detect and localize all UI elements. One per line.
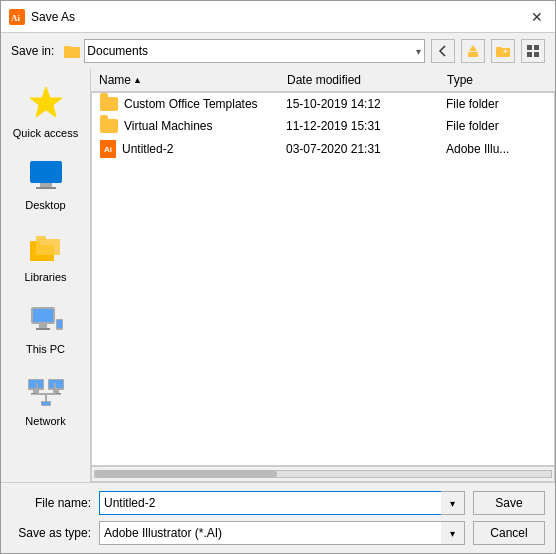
- toolbar: Save in: Documents +: [1, 33, 555, 69]
- svg-text:+: +: [503, 47, 508, 56]
- save-type-select[interactable]: Adobe Illustrator (*.AI) PDF (*.PDF) EPS…: [99, 521, 441, 545]
- file-item-name: Ai Untitled-2: [100, 140, 286, 158]
- svg-rect-4: [468, 52, 478, 57]
- file-item-date: 11-12-2019 15:31: [286, 119, 446, 133]
- horizontal-scrollbar[interactable]: [91, 466, 555, 482]
- sidebar-item-desktop[interactable]: Desktop: [6, 149, 86, 217]
- location-dropdown-wrapper: Documents: [60, 39, 425, 63]
- save-in-label: Save in:: [11, 44, 54, 58]
- sidebar-item-quick-access[interactable]: Quick access: [6, 77, 86, 145]
- back-button[interactable]: [431, 39, 455, 63]
- file-list[interactable]: Custom Office Templates 15-10-2019 14:12…: [91, 92, 555, 466]
- svg-rect-16: [36, 187, 56, 189]
- filename-dropdown-button[interactable]: ▾: [441, 491, 465, 515]
- svg-rect-14: [30, 161, 62, 183]
- file-item-type: File folder: [446, 97, 546, 111]
- quick-access-icon: [26, 83, 66, 123]
- save-type-label: Save as type:: [11, 526, 91, 540]
- svg-text:Ai: Ai: [11, 13, 20, 23]
- file-item-name: Virtual Machines: [100, 119, 286, 133]
- up-button[interactable]: [461, 39, 485, 63]
- sidebar-item-this-pc[interactable]: This PC: [6, 293, 86, 361]
- save-type-row: Save as type: Adobe Illustrator (*.AI) P…: [11, 521, 545, 545]
- sort-arrow: ▲: [133, 75, 142, 85]
- svg-rect-40: [42, 402, 50, 405]
- list-item[interactable]: Virtual Machines 11-12-2019 15:31 File f…: [92, 115, 554, 137]
- views-button[interactable]: [521, 39, 545, 63]
- folder-icon: [100, 119, 118, 133]
- file-list-header: Name ▲ Date modified Type: [91, 69, 555, 92]
- svg-rect-26: [57, 320, 62, 328]
- svg-marker-13: [30, 87, 62, 117]
- scrollbar-track: [94, 470, 552, 478]
- cancel-button[interactable]: Cancel: [473, 521, 545, 545]
- svg-rect-10: [534, 45, 539, 50]
- network-icon: [26, 371, 66, 411]
- this-pc-label: This PC: [26, 343, 65, 355]
- save-type-dropdown-button[interactable]: ▾: [441, 521, 465, 545]
- network-label: Network: [25, 415, 65, 427]
- svg-rect-3: [64, 46, 71, 49]
- file-item-type: Adobe Illu...: [446, 142, 546, 156]
- svg-rect-22: [33, 309, 53, 322]
- file-list-area: Name ▲ Date modified Type Custom Office …: [91, 69, 555, 482]
- title-bar: Ai Save As ✕: [1, 1, 555, 33]
- folder-icon: [100, 97, 118, 111]
- sidebar-item-network[interactable]: Network: [6, 365, 86, 433]
- new-folder-button[interactable]: +: [491, 39, 515, 63]
- svg-rect-19: [36, 239, 60, 255]
- svg-rect-9: [527, 45, 532, 50]
- quick-access-label: Quick access: [13, 127, 78, 139]
- svg-rect-7: [496, 47, 502, 50]
- title-bar-left: Ai Save As: [9, 9, 75, 25]
- svg-rect-15: [40, 183, 52, 187]
- svg-rect-36: [54, 383, 56, 393]
- filename-label: File name:: [11, 496, 91, 510]
- list-item[interactable]: Custom Office Templates 15-10-2019 14:12…: [92, 93, 554, 115]
- svg-rect-37: [36, 393, 56, 395]
- svg-rect-11: [527, 52, 532, 57]
- sidebar-item-libraries[interactable]: Libraries: [6, 221, 86, 289]
- save-type-select-group: Adobe Illustrator (*.AI) PDF (*.PDF) EPS…: [99, 521, 465, 545]
- list-item[interactable]: Ai Untitled-2 03-07-2020 21:31 Adobe Ill…: [92, 137, 554, 159]
- svg-rect-20: [36, 236, 46, 240]
- save-as-dialog: Ai Save As ✕ Save in: Documents: [0, 0, 556, 554]
- folder-icon: [64, 43, 80, 59]
- save-button[interactable]: Save: [473, 491, 545, 515]
- libraries-icon: [26, 227, 66, 267]
- desktop-icon: [26, 155, 66, 195]
- close-button[interactable]: ✕: [527, 7, 547, 27]
- svg-rect-38: [45, 395, 47, 401]
- filename-row: File name: ▾ Save: [11, 491, 545, 515]
- libraries-label: Libraries: [24, 271, 66, 283]
- file-item-type: File folder: [446, 119, 546, 133]
- sidebar: Quick access Desktop: [1, 69, 91, 482]
- footer: File name: ▾ Save Save as type: Adobe Il…: [1, 482, 555, 553]
- location-select[interactable]: Documents: [84, 39, 425, 63]
- svg-rect-12: [534, 52, 539, 57]
- ai-logo-icon: Ai: [9, 9, 25, 25]
- file-item-name: Custom Office Templates: [100, 97, 286, 111]
- filename-input-group: ▾: [99, 491, 465, 515]
- svg-rect-35: [36, 383, 38, 393]
- filename-input[interactable]: [99, 491, 441, 515]
- file-item-date: 03-07-2020 21:31: [286, 142, 446, 156]
- desktop-label: Desktop: [25, 199, 65, 211]
- svg-rect-24: [36, 328, 50, 330]
- scrollbar-thumb[interactable]: [95, 471, 277, 477]
- svg-marker-5: [469, 45, 477, 51]
- col-date[interactable]: Date modified: [287, 73, 447, 87]
- file-item-date: 15-10-2019 14:12: [286, 97, 446, 111]
- col-type[interactable]: Type: [447, 73, 547, 87]
- dialog-title: Save As: [31, 10, 75, 24]
- svg-rect-23: [39, 324, 47, 328]
- main-area: Quick access Desktop: [1, 69, 555, 482]
- ai-file-icon: Ai: [100, 140, 116, 158]
- col-name[interactable]: Name ▲: [99, 73, 287, 87]
- this-pc-icon: [26, 299, 66, 339]
